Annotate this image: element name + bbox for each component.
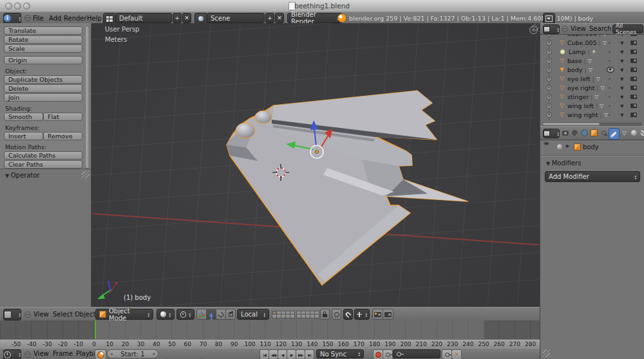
tab-scene[interactable] [571,129,579,137]
timeline-ruler[interactable]: -50-40-30-20-100102030405060708090100110… [0,339,540,348]
selectable-icon[interactable] [620,103,625,108]
delete-scene-button[interactable]: ✕ [275,13,284,23]
view3d-menu-select[interactable]: Select [53,311,73,318]
object-name[interactable]: base [567,57,582,64]
expand-icon[interactable] [546,40,552,46]
lock-to-scene-button[interactable] [320,309,330,320]
object-name[interactable]: eye right [567,84,595,91]
visibility-dot-icon[interactable] [609,51,611,53]
insert-keyframes-button[interactable] [442,349,452,359]
selectable-icon[interactable] [620,112,625,117]
outliner-filter-select[interactable]: All Scenes [612,24,643,33]
renderable-icon[interactable] [630,50,637,54]
selectable-icon[interactable] [620,76,625,81]
timeline-menu-frame[interactable]: Frame [53,350,73,357]
model-beething[interactable] [227,91,468,285]
snap-element-select[interactable] [354,309,370,320]
viewport-shading-select[interactable] [156,309,175,320]
selectable-icon[interactable] [620,58,625,63]
render-opengl-anim-button[interactable] [383,309,393,320]
tab-texture[interactable] [639,129,644,137]
collapse-menus-icon[interactable] [24,311,31,318]
snap-toggle-button[interactable] [343,309,353,320]
modifiers-panel-header[interactable]: Modifiers [546,160,581,167]
mode-select[interactable]: Object Mode [95,309,153,320]
renderable-icon[interactable] [630,59,637,63]
visibility-dot-icon[interactable] [609,78,611,80]
outliner-row-eye-left[interactable]: eye left | [540,74,644,83]
outliner-row-base[interactable]: base | [540,56,644,65]
remove-keyframe-button[interactable]: Remove [43,132,82,140]
collapse-menus-icon[interactable] [24,351,31,358]
proportional-edit-button[interactable] [332,309,341,320]
maximize-editor-button[interactable] [543,13,555,24]
manipulator-translate-button[interactable] [206,309,216,320]
next-keyframe-button[interactable]: ▶▶ [296,349,305,359]
outliner-row-wing-left[interactable]: wing left | [540,101,644,110]
object-name[interactable]: body [567,66,583,73]
screen-layout-field[interactable]: Default [115,13,172,23]
add-scene-button[interactable]: + [265,13,274,23]
delete-screen-button[interactable]: ✕ [182,13,191,23]
tab-constraints[interactable] [600,129,608,137]
tab-world[interactable] [580,129,589,137]
editor-type-selector-outliner[interactable] [543,24,560,34]
tab-modifiers-active[interactable] [609,128,620,140]
selectable-icon[interactable] [620,49,625,54]
selectable-icon[interactable] [620,94,625,99]
operator-panel-header[interactable]: Operator [5,172,39,179]
editor-type-selector-info[interactable] [3,13,21,24]
selectable-icon[interactable] [620,40,625,45]
renderable-icon[interactable] [630,86,637,90]
visibility-dot-icon[interactable] [609,42,611,44]
flat-button[interactable]: Flat [43,113,82,121]
add-modifier-select[interactable]: Add Modifier [545,171,640,182]
play-reverse-button[interactable]: ◀ [278,349,287,359]
object-name[interactable]: stinger [567,93,589,100]
smooth-button[interactable]: Smooth [4,113,43,121]
region-resize-grip[interactable] [531,24,539,32]
duplicate-objects-button[interactable]: Duplicate Objects [4,75,82,84]
menu-render[interactable]: Render [64,15,87,22]
editor-type-selector-view3d[interactable] [3,309,21,320]
calculate-paths-button[interactable]: Calculate Paths [4,151,82,160]
collapse-menus-icon[interactable] [562,26,568,32]
outliner-row-wing-right[interactable]: wing right | [540,110,644,119]
breadcrumb-object-name[interactable]: body [583,143,599,151]
outliner-row-body-selected[interactable]: body | [540,65,644,74]
manipulator-scale-button[interactable] [225,309,236,320]
eye-icon[interactable] [607,67,614,73]
transform-orientation-select[interactable]: Local [237,309,269,320]
manipulator-rotate-button[interactable] [216,309,226,320]
tab-render[interactable] [561,129,569,137]
visibility-dot-icon[interactable] [609,60,611,62]
timeline-menu-view[interactable]: View [33,350,49,357]
tab-material[interactable] [630,129,638,137]
tab-object-data[interactable] [620,129,629,137]
renderable-icon[interactable] [630,77,637,81]
timeline-tracks[interactable] [0,320,540,339]
renderable-icon[interactable] [630,95,637,99]
renderable-icon[interactable] [630,113,637,117]
sync-select[interactable]: No Sync [316,349,364,358]
renderable-icon[interactable] [630,41,637,45]
visibility-dot-icon[interactable] [609,87,611,89]
object-name[interactable]: Lamp [569,48,585,55]
scene-field[interactable]: Scene [207,13,265,23]
visibility-dot-icon[interactable] [609,105,611,107]
outliner-menu-search[interactable]: Search [589,25,611,32]
selectable-icon[interactable] [620,67,625,72]
tab-object[interactable] [590,129,598,137]
view3d-menu-object[interactable]: Object [75,311,96,318]
region-resize-grip[interactable] [542,349,550,357]
eye-dome-left[interactable] [236,123,255,138]
renderable-icon[interactable] [630,104,637,108]
viewport-3d[interactable]: User Persp Meters (1) body [91,23,540,307]
play-button[interactable]: ▶ [287,349,296,359]
outliner-menu-view[interactable]: View [571,25,586,32]
expand-icon[interactable] [546,94,552,100]
eye-dome-right[interactable] [255,111,272,124]
visibility-dot-icon[interactable] [609,114,611,116]
origin-button[interactable]: Origin [4,56,82,64]
current-frame-line[interactable] [95,320,96,339]
